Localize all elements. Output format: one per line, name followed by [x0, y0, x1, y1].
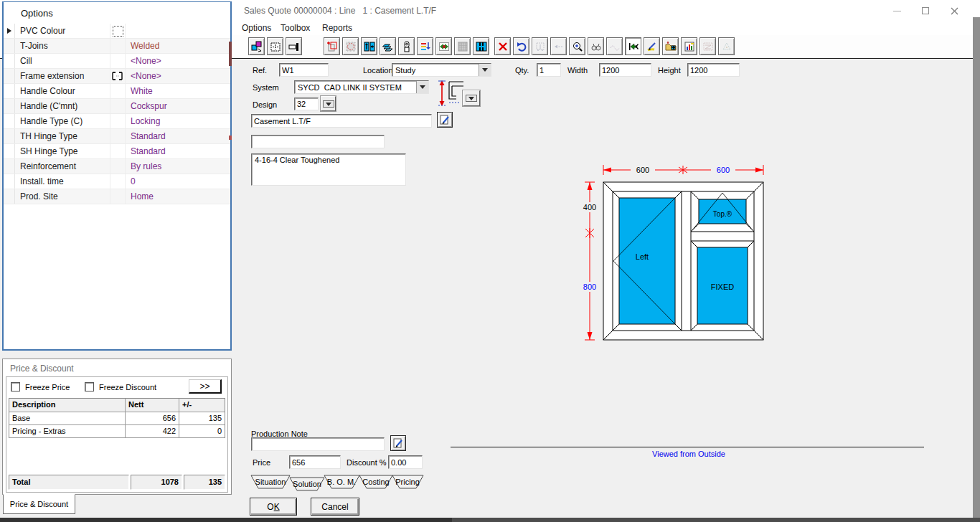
option-button-cell[interactable]: [110, 69, 126, 83]
edit-production-note-button[interactable]: [390, 435, 406, 451]
option-value[interactable]: 0: [126, 174, 230, 189]
freeze-discount-checkbox[interactable]: [85, 382, 94, 392]
hardware-button[interactable]: [435, 37, 452, 55]
qty-input[interactable]: [537, 63, 561, 77]
minimize-button[interactable]: [882, 0, 911, 22]
glazing-button[interactable]: [380, 37, 396, 55]
location-dropdown-button[interactable]: [479, 64, 491, 76]
option-row-prod-site[interactable]: Prod. Site Home: [4, 189, 230, 204]
undo-button[interactable]: [513, 37, 529, 55]
tab-costing[interactable]: Costing: [359, 475, 392, 488]
label-pen-button[interactable]: [644, 37, 660, 55]
export-window-button[interactable]: [662, 37, 679, 55]
sash-options-button[interactable]: [417, 37, 433, 55]
table-row[interactable]: Pricing - Extras 422 0: [9, 425, 225, 438]
option-row-handle-type[interactable]: Handle Type (C) Locking: [4, 114, 230, 129]
system-select[interactable]: SYCD CAD LINK II SYSTEM: [294, 80, 429, 94]
production-note-input[interactable]: [251, 437, 385, 451]
design-dropdown-button[interactable]: [321, 96, 336, 111]
width-input[interactable]: [599, 63, 651, 77]
option-button-cell[interactable]: [110, 114, 126, 128]
annotate-button: [606, 37, 623, 55]
option-row-frame-extension[interactable]: Frame extension <None>: [4, 69, 230, 84]
profile-dropdown-button[interactable]: [463, 90, 480, 106]
freeze-price-checkbox[interactable]: [11, 382, 20, 392]
system-dropdown-button[interactable]: [416, 81, 428, 93]
option-button-cell[interactable]: [110, 174, 126, 189]
option-row-t-joins[interactable]: T-Joins Welded: [4, 39, 230, 54]
glass-spec-box[interactable]: 4-16-4 Clear Toughened: [251, 153, 406, 186]
option-value[interactable]: Standard: [126, 129, 230, 143]
menu-reports[interactable]: Reports: [322, 23, 352, 33]
option-row-handle-colour[interactable]: Handle Colour White: [4, 84, 230, 99]
option-row-install-time[interactable]: Install. time 0: [4, 174, 230, 189]
option-button-cell[interactable]: [110, 84, 126, 98]
mesh-button[interactable]: [454, 37, 471, 55]
fixed-pane[interactable]: FIXED: [691, 241, 754, 331]
option-value[interactable]: Welded: [126, 39, 230, 53]
tab-situation[interactable]: Situation: [251, 475, 290, 488]
left-sash[interactable]: Left: [613, 191, 682, 331]
ref-label: Ref.: [253, 66, 267, 75]
option-value[interactable]: Cockspur: [126, 99, 230, 113]
price-discount-tab[interactable]: Price & Discount: [3, 494, 75, 514]
table-row[interactable]: Base 656 135: [9, 412, 225, 425]
location-select[interactable]: Study: [392, 63, 491, 77]
option-row-th-hinge[interactable]: TH Hinge Type Standard: [4, 129, 230, 144]
tab-bom[interactable]: B. O. M.: [324, 475, 359, 488]
add-frame-button[interactable]: [324, 37, 340, 55]
option-value[interactable]: By rules: [126, 159, 230, 174]
option-value[interactable]: Home: [126, 189, 230, 204]
copy-options-button[interactable]: [248, 37, 265, 55]
close-button[interactable]: [940, 0, 969, 22]
option-row-pvc-colour[interactable]: PVC Colour: [4, 24, 230, 39]
expand-button[interactable]: >>: [189, 379, 222, 394]
tab-solution-active[interactable]: Solution: [290, 478, 324, 490]
edit-description-button[interactable]: [437, 112, 453, 128]
discount-input[interactable]: [388, 455, 423, 469]
option-button-cell[interactable]: [110, 129, 126, 143]
option-row-reinforcement[interactable]: Reinforcement By rules: [4, 159, 230, 174]
vent-split-button[interactable]: [361, 37, 377, 55]
option-value[interactable]: <None>: [126, 54, 230, 68]
row-indicator-cell: [4, 99, 15, 113]
option-row-cill[interactable]: Cill <None>: [4, 54, 230, 69]
find-button[interactable]: [588, 37, 604, 55]
option-row-sh-hinge[interactable]: SH Hinge Type Standard: [4, 144, 230, 159]
option-button-cell[interactable]: [110, 54, 126, 68]
zoom-button[interactable]: [569, 37, 585, 55]
option-button-cell[interactable]: [110, 24, 126, 38]
option-value[interactable]: [126, 24, 230, 38]
frame-dimensions-button[interactable]: [267, 37, 283, 55]
option-value[interactable]: Locking: [126, 114, 230, 128]
ref-input[interactable]: [279, 63, 329, 77]
delete-button[interactable]: [494, 37, 511, 55]
menu-toolbox[interactable]: Toolbox: [281, 23, 310, 33]
bay-mesh-button[interactable]: [342, 37, 359, 55]
design-input[interactable]: [294, 98, 319, 110]
option-value[interactable]: White: [126, 84, 230, 98]
swap-arrows-button[interactable]: [625, 37, 641, 55]
description-input[interactable]: [251, 114, 432, 128]
option-value[interactable]: <None>: [126, 69, 230, 83]
option-button-cell[interactable]: [110, 99, 126, 113]
price-input[interactable]: [289, 455, 341, 469]
option-row-handle-cmnt[interactable]: Handle (C'mnt) Cockspur: [4, 99, 230, 114]
cill-extension-button[interactable]: [286, 37, 302, 55]
note2-input[interactable]: [251, 135, 385, 148]
tab-pricing[interactable]: Pricing: [392, 475, 423, 488]
option-value[interactable]: Standard: [126, 144, 230, 158]
option-button-cell[interactable]: [110, 144, 126, 158]
handle-button[interactable]: [398, 37, 415, 55]
cancel-button[interactable]: Cancel: [311, 498, 359, 516]
height-input[interactable]: [687, 63, 740, 77]
option-button-cell[interactable]: [110, 189, 126, 204]
option-button-cell[interactable]: [110, 159, 126, 174]
option-button-cell[interactable]: [110, 39, 126, 53]
ok-button[interactable]: OK: [250, 498, 297, 516]
maximize-button[interactable]: [911, 0, 940, 22]
menu-options[interactable]: Options: [242, 23, 271, 33]
transom-button[interactable]: [473, 37, 489, 55]
window-drawing[interactable]: 600 600 400 800 Left: [570, 159, 778, 351]
price-chart-button[interactable]: [681, 37, 697, 55]
